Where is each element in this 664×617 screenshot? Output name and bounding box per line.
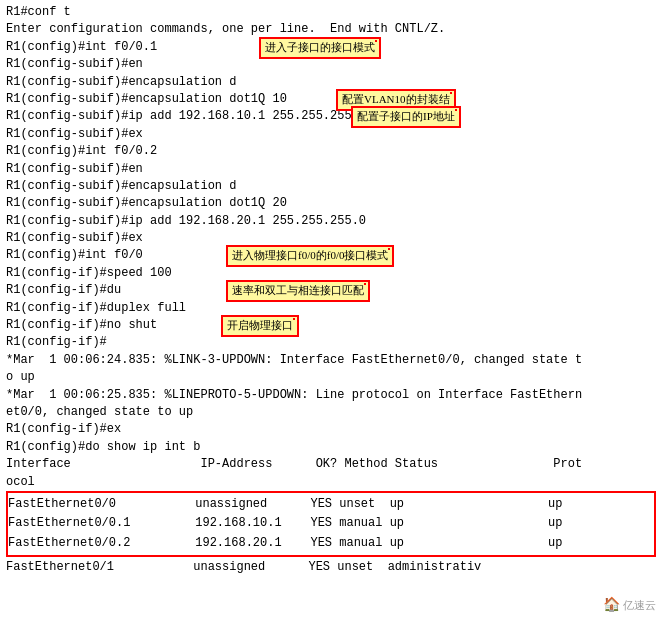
watermark: 🏠 亿速云: [603, 596, 656, 613]
line-13: R1(config-subif)#ip add 192.168.20.1 255…: [6, 213, 658, 230]
annotation-no-shut: 开启物理接口: [221, 315, 299, 337]
table-header2: ocol: [6, 474, 658, 491]
terminal-window: R1#conf t Enter configuration commands, …: [0, 0, 664, 581]
line-12: R1(config-subif)#encapsulation dot1Q 20: [6, 195, 658, 212]
line-18: R1(config-if)#duplex full: [6, 300, 658, 317]
line-4: R1(config-subif)#en: [6, 56, 658, 73]
table-row: FastEthernet0/0.1 192.168.10.1 YES manua…: [8, 514, 654, 533]
line-10: R1(config-subif)#en: [6, 161, 658, 178]
line-26: R1(config)#do show ip int b: [6, 439, 658, 456]
annotation-physical-if: 进入物理接口f0/0的f0/0接口模式: [226, 245, 394, 267]
line-8: R1(config-subif)#ex: [6, 126, 658, 143]
line-21: *Mar 1 00:06:24.835: %LINK-3-UPDOWN: Int…: [6, 352, 658, 369]
table-row: FastEthernet0/0 unassigned YES unset up …: [8, 495, 654, 514]
table-row: FastEthernet0/0.2 192.168.20.1 YES manua…: [8, 534, 654, 553]
line-24: et0/0, changed state to up: [6, 404, 658, 421]
line-19: R1(config-if)#no shut: [6, 317, 658, 334]
table-row-fa01-container: FastEthernet0/1 unassigned YES unset adm…: [6, 559, 658, 576]
line-1: R1#conf t: [6, 4, 658, 21]
table-section: Interface IP-Address OK? Method Status P…: [6, 456, 658, 576]
table-row-fa002: FastEthernet0/0.2 192.168.20.1 YES manua…: [8, 535, 654, 552]
table-row-fa01: FastEthernet0/1 unassigned YES unset adm…: [6, 559, 658, 576]
line-25: R1(config-if)#ex: [6, 421, 658, 438]
line-5: R1(config-subif)#encapsulation d: [6, 74, 658, 91]
annotation-subif-mode: 进入子接口的接口模式: [259, 37, 381, 59]
watermark-icon: 🏠: [603, 596, 620, 612]
line-7: R1(config-subif)#ip add 192.168.10.1 255…: [6, 108, 658, 125]
line-6: R1(config-subif)#encapsulation dot1Q 10: [6, 91, 658, 108]
watermark-text: 亿速云: [623, 599, 656, 611]
table-row-fa00: FastEthernet0/0 unassigned YES unset up …: [8, 496, 654, 513]
line-11: R1(config-subif)#encapsulation d: [6, 178, 658, 195]
annotation-speed-duplex: 速率和双工与相连接口匹配: [226, 280, 370, 302]
table-row-fa001: FastEthernet0/0.1 192.168.10.1 YES manua…: [8, 515, 654, 532]
line-9: R1(config)#int f0/0.2: [6, 143, 658, 160]
annotation-ip-addr: 配置子接口的IP地址: [351, 106, 461, 128]
table-header: Interface IP-Address OK? Method Status P…: [6, 456, 658, 473]
line-20: R1(config-if)#: [6, 334, 658, 351]
table-highlighted-rows: FastEthernet0/0 unassigned YES unset up …: [6, 491, 656, 557]
line-22: o up: [6, 369, 658, 386]
line-23: *Mar 1 00:06:25.835: %LINEPROTO-5-UPDOWN…: [6, 387, 658, 404]
